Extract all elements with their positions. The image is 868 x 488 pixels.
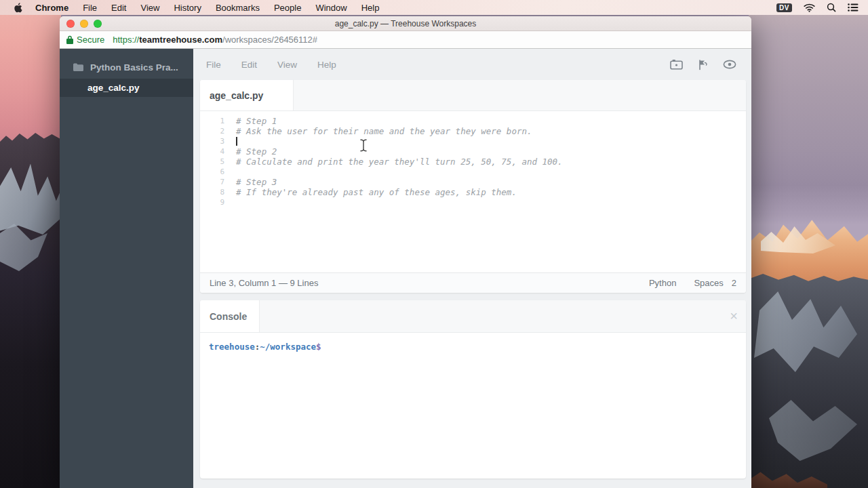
- console-tab-label: Console: [210, 311, 247, 322]
- language-mode[interactable]: Python: [649, 278, 676, 288]
- folder-icon: [73, 63, 83, 71]
- code-line: 8# If they're already past any of these …: [200, 187, 746, 197]
- editor-statusbar: Line 3, Column 1 — 9 Lines Python Spaces…: [200, 272, 746, 293]
- line-number: 2: [211, 126, 224, 136]
- line-number: 7: [211, 177, 224, 187]
- indent-size[interactable]: 2: [732, 278, 736, 288]
- code-area[interactable]: 1# Step 1 2# Ask the user for their name…: [200, 111, 746, 207]
- line-number: 9: [211, 197, 224, 207]
- line-number: 8: [211, 187, 224, 197]
- code-text: # Ask the user for their name and the ye…: [236, 126, 532, 136]
- code-text: # Step 1: [236, 116, 277, 126]
- editor-tab-age-calc[interactable]: age_calc.py: [200, 80, 294, 110]
- prompt-symbol: $: [316, 342, 321, 352]
- minimize-window-button[interactable]: [80, 20, 88, 28]
- file-sidebar: Python Basics Pra... age_calc.py: [60, 49, 193, 488]
- url-domain: teamtreehouse.com: [139, 35, 222, 45]
- code-text: [236, 136, 237, 146]
- workspace-menu-file[interactable]: File: [206, 60, 221, 70]
- secure-lock-icon[interactable]: [66, 35, 73, 44]
- preview-eye-icon[interactable]: [723, 60, 736, 69]
- code-text: # Calculate and print the year they'll t…: [236, 157, 563, 167]
- line-number: 3: [211, 136, 224, 146]
- console-terminal[interactable]: treehouse:~/workspace$: [200, 333, 746, 361]
- wallpaper-right-mountain: [749, 0, 868, 488]
- project-name: Python Basics Pra...: [90, 62, 178, 73]
- menubar-item-people[interactable]: People: [274, 3, 301, 13]
- prompt-user: treehouse: [209, 342, 255, 352]
- browser-titlebar[interactable]: age_calc.py — Treehouse Workspaces: [60, 16, 751, 31]
- prompt-path: ~/workspace: [260, 342, 316, 352]
- url-text[interactable]: https://teamtreehouse.com/workspaces/264…: [113, 35, 317, 45]
- code-line: 5# Calculate and print the year they'll …: [200, 157, 746, 167]
- code-line: 6: [200, 167, 746, 177]
- workspace-menu-view[interactable]: View: [277, 60, 297, 70]
- window-title: age_calc.py — Treehouse Workspaces: [335, 19, 477, 28]
- wallpaper-left-mountain: [0, 0, 61, 488]
- sidebar-project-row[interactable]: Python Basics Pra...: [60, 60, 193, 75]
- file-name: age_calc.py: [87, 83, 140, 93]
- secure-label[interactable]: Secure: [77, 35, 104, 45]
- spotlight-search-icon[interactable]: [827, 3, 836, 12]
- code-text: # Step 3: [236, 177, 277, 187]
- console-tabbar: Console ×: [200, 300, 746, 333]
- menubar-item-file[interactable]: File: [83, 3, 97, 13]
- line-number: 1: [211, 116, 224, 126]
- dv-status-badge[interactable]: DV: [776, 3, 792, 12]
- code-line: 1# Step 1: [200, 116, 746, 126]
- text-caret: [236, 137, 237, 146]
- editor-tabbar: age_calc.py: [200, 80, 746, 111]
- menubar-item-chrome[interactable]: Chrome: [35, 3, 68, 13]
- workspace-menu-help[interactable]: Help: [317, 60, 336, 70]
- macos-menubar: Chrome File Edit View History Bookmarks …: [0, 0, 868, 15]
- menubar-item-bookmarks[interactable]: Bookmarks: [216, 3, 260, 13]
- cursor-position-status: Line 3, Column 1 — 9 Lines: [210, 278, 318, 288]
- snapshot-camera-icon[interactable]: [670, 59, 683, 70]
- url-scheme: https://: [113, 35, 139, 45]
- browser-window: age_calc.py — Treehouse Workspaces Secur…: [60, 16, 751, 488]
- console-close-icon[interactable]: ×: [730, 300, 738, 332]
- fork-flag-icon[interactable]: [698, 59, 708, 70]
- console-tab[interactable]: Console: [200, 300, 260, 332]
- notification-center-icon[interactable]: [848, 3, 859, 12]
- apple-icon[interactable]: [14, 3, 22, 13]
- line-number: 6: [211, 167, 224, 177]
- sidebar-file-item-selected[interactable]: age_calc.py: [60, 79, 193, 97]
- editor-tab-label: age_calc.py: [210, 90, 263, 101]
- code-text: # Step 2: [236, 146, 277, 157]
- menubar-item-window[interactable]: Window: [315, 3, 347, 13]
- console-panel: Console × treehouse:~/workspace$: [200, 300, 746, 479]
- indent-type[interactable]: Spaces: [694, 278, 723, 288]
- zoom-window-button[interactable]: [94, 20, 102, 28]
- menubar-item-help[interactable]: Help: [361, 3, 380, 13]
- code-line: 2# Ask the user for their name and the y…: [200, 126, 746, 136]
- mouse-ibeam-cursor: [359, 139, 368, 152]
- code-line: 3: [200, 136, 746, 146]
- code-text: # If they're already past any of these a…: [236, 187, 517, 197]
- line-number: 4: [211, 146, 224, 157]
- editor-panel: age_calc.py 1# Step 1 2# Ask the user fo…: [200, 80, 746, 293]
- code-line: 7# Step 3: [200, 177, 746, 187]
- workspace-main: File Edit View Help: [193, 49, 751, 488]
- menubar-item-edit[interactable]: Edit: [111, 3, 126, 13]
- code-line: 4# Step 2: [200, 146, 746, 157]
- url-path: /workspaces/26456112#: [222, 35, 317, 45]
- line-number: 5: [211, 157, 224, 167]
- wifi-icon[interactable]: [804, 3, 815, 12]
- workspace-toolbar: File Edit View Help: [193, 49, 751, 80]
- menubar-item-history[interactable]: History: [174, 3, 201, 13]
- workspace-menu-edit[interactable]: Edit: [241, 60, 257, 70]
- treehouse-workspace: Python Basics Pra... age_calc.py File Ed…: [60, 49, 751, 488]
- code-line: 9: [200, 197, 746, 207]
- menubar-item-view[interactable]: View: [140, 3, 159, 13]
- address-bar[interactable]: Secure https://teamtreehouse.com/workspa…: [60, 31, 751, 49]
- close-window-button[interactable]: [66, 20, 75, 28]
